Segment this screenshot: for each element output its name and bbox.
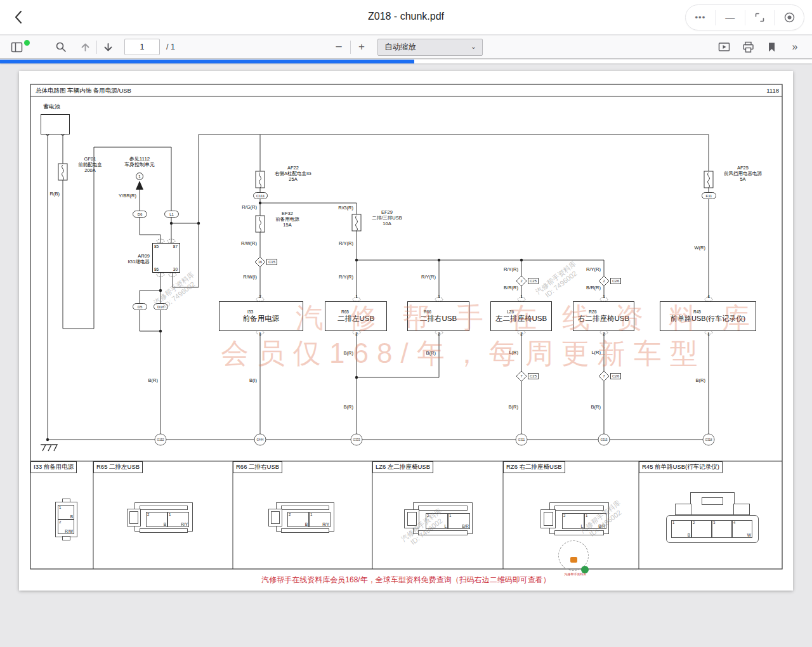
connector-d16: D16 <box>154 303 168 310</box>
panel-header-rz6: RZ6 右二排座椅USB <box>503 461 565 473</box>
pin-number: 2 <box>517 332 526 336</box>
previous-page-icon[interactable] <box>76 38 94 56</box>
diamond-label-c25: C25 <box>528 278 539 284</box>
connector-f11: F11 <box>702 192 716 199</box>
more-options-icon[interactable]: ••• <box>686 10 715 25</box>
window-controls: ••• — <box>685 4 804 30</box>
pin-number: 1 <box>352 294 361 299</box>
component-r65: R65二排左USB <box>325 301 387 331</box>
relay-ar09-box: 85 87 86 30 <box>152 243 180 273</box>
pin-number: 2 <box>256 294 265 299</box>
diamond-label-c26: C26 <box>610 278 621 284</box>
next-page-icon[interactable] <box>99 38 117 56</box>
panel-header-r66: R66 二排右USB <box>233 461 282 473</box>
connector-d5: D5 <box>133 303 147 310</box>
zoom-select-value: 自动缩放 <box>384 42 416 53</box>
wire-label: R/G(R) <box>229 204 257 210</box>
page-count-label: / 1 <box>166 42 175 51</box>
svg-text:7: 7 <box>520 374 522 378</box>
wire-label: W(R) <box>678 245 705 251</box>
wire-label: L(R) <box>490 350 518 355</box>
promo-caption: 汽修帮手在线资料库会员168/年，全球车型资料免费查询（扫码右边二维码即可查看） <box>19 575 793 585</box>
svg-text:7: 7 <box>603 374 605 378</box>
diagram-page-number: 1118 <box>754 87 779 94</box>
wire-label: B(R) <box>130 377 158 383</box>
svg-text:G152: G152 <box>157 438 164 441</box>
wire-label: R/G(R) <box>325 205 353 211</box>
connector-view-i33: 1B 2R/W <box>55 499 78 540</box>
fuse-af22-label: AF22右侧A柱配电盒IG25A <box>266 165 320 182</box>
svg-text:16: 16 <box>258 260 262 264</box>
wire-label: R/Y(R) <box>490 266 518 272</box>
component-rz6: RZ6右二排座椅USB <box>573 301 634 331</box>
wire-label: B/R(R) <box>573 285 601 291</box>
wire-label: B(R) <box>325 404 353 410</box>
toolbar-more-icon[interactable]: » <box>786 38 804 56</box>
wire-label: R/Y(R) <box>325 274 353 280</box>
sidebar-toggle-icon[interactable] <box>8 38 25 56</box>
fuse-ef29-label: EF29二排/三排USB10A <box>363 209 411 226</box>
stamp-text: 汽修帮手资料库 <box>553 572 598 576</box>
connector-view-lz6: 2L 1B/R <box>404 502 473 538</box>
fuse-gf01-label: GF01前舱配电盒200A <box>70 156 110 173</box>
wire-label: B/R(R) <box>490 285 518 291</box>
connector-l1: L1 <box>164 211 179 218</box>
zoom-in-icon[interactable]: + <box>353 38 370 56</box>
pin-number: 1 <box>599 294 608 299</box>
connector-view-r45: 1B 2 3 4W <box>665 487 760 548</box>
window-titlebar: Z018 - chunk.pdf ••• — <box>0 0 812 35</box>
wire-label: B(I) <box>229 377 257 383</box>
presentation-mode-icon[interactable] <box>715 38 733 56</box>
connector-view-r66: 2B 1R/Y <box>268 502 334 535</box>
resize-icon[interactable] <box>745 10 775 25</box>
pin-number: 1 <box>704 332 713 336</box>
pdf-viewer[interactable]: 1 <box>0 63 812 647</box>
stamp-logo <box>570 557 577 563</box>
record-icon[interactable] <box>774 10 804 25</box>
pin-number: 1 <box>517 294 526 299</box>
wire-label: B(R) <box>573 404 601 410</box>
connector-view-r65: 2B 1R/Y <box>127 502 193 535</box>
search-icon[interactable] <box>52 38 70 56</box>
component-lz6: LZ6左二排座椅USB <box>490 301 552 331</box>
svg-text:G333: G333 <box>353 438 360 441</box>
battery-box <box>41 114 70 134</box>
component-i33: I33前备用电源 <box>219 301 303 331</box>
toolbar-divider <box>350 41 351 54</box>
pdf-page: 1 <box>19 71 793 591</box>
panel-header-r65: R65 二排左USB <box>93 461 143 473</box>
wire-label: L(R) <box>573 350 601 355</box>
relay-ar09-label: AR09IG1继电器 <box>115 253 150 265</box>
pin-number: 1 <box>435 294 443 299</box>
loading-progress-fill <box>0 60 414 63</box>
fuse-af25-label: AF25前风挡用电器电源5A <box>715 165 771 182</box>
panel-header-lz6: LZ6 左二排座椅USB <box>372 461 433 473</box>
bookmark-icon[interactable] <box>763 38 780 56</box>
diamond-label-c15: C15 <box>266 259 277 265</box>
watermark-stamp: 汽修帮手资料库 <box>557 540 593 576</box>
toolbar-divider <box>96 41 97 54</box>
minimize-icon[interactable]: — <box>715 10 745 25</box>
connector-d6: D6 <box>133 211 147 218</box>
svg-text:G311: G311 <box>518 438 525 441</box>
pin-number: 1 <box>256 332 265 336</box>
zoom-select[interactable]: 自动缩放 ⌄ <box>377 39 483 56</box>
pin-number: 2 <box>599 332 608 336</box>
chevron-down-icon: ⌄ <box>471 42 476 51</box>
diamond-label-c26-lower: C26 <box>610 373 621 379</box>
page-number-input[interactable] <box>124 39 160 55</box>
pin-number: 2 <box>352 332 361 336</box>
ref-module-label: 参见1112车身控制单元 <box>113 156 166 167</box>
status-green-dot <box>24 40 30 46</box>
wire-label: R/Y(R) <box>408 274 436 280</box>
pin-number: 4 <box>704 294 713 299</box>
diamond-label-c25-lower: C25 <box>528 373 539 379</box>
svg-text:G444: G444 <box>256 438 264 441</box>
wire-label: R/W(R) <box>229 240 257 246</box>
pdf-toolbar: / 1 − + 自动缩放 ⌄ » <box>0 36 812 59</box>
diagram-title: 总体电路图 车辆内饰 备用电源/USB <box>36 87 131 95</box>
print-icon[interactable] <box>739 38 757 56</box>
panel-header-r45: R45 前单路USB(行车记录仪) <box>639 461 723 473</box>
zoom-out-icon[interactable]: − <box>330 38 348 56</box>
battery-label: 蓄电池 <box>43 104 60 110</box>
